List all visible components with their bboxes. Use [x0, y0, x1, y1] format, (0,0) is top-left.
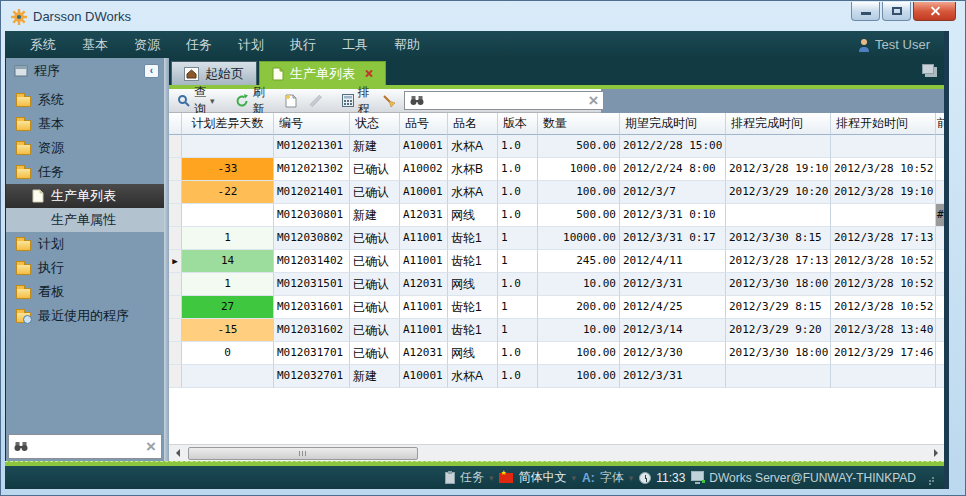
cell-sched-end: 2012/3/30 8:15 — [726, 227, 831, 250]
scroll-right-button[interactable] — [928, 446, 944, 461]
cell-item-no: A11001 — [400, 227, 448, 250]
menu-task[interactable]: 任务 — [173, 36, 225, 54]
font-dropdown[interactable]: A: 字体 ▾ — [582, 469, 633, 486]
menu-basic[interactable]: 基本 — [69, 36, 121, 54]
cell-qty: 100.00 — [538, 365, 620, 388]
clean-button[interactable] — [378, 92, 400, 110]
cell-sched-start — [831, 135, 936, 158]
header-item-name[interactable]: 品名 — [448, 113, 498, 135]
cell-due: 2012/2/28 15:00 — [620, 135, 726, 158]
sidebar-collapse-button[interactable]: ‹ — [144, 64, 159, 78]
header-item-no[interactable]: 品号 — [400, 113, 448, 135]
clear-icon[interactable]: × — [146, 438, 156, 455]
table-row[interactable]: -22 M012021401 已确认 A10001 水杯A 1.0 100.00… — [169, 181, 944, 204]
cell-sched-end — [726, 135, 831, 158]
table-row[interactable]: -15 M012031602 已确认 A11001 齿轮1 1 10.00 20… — [169, 319, 944, 342]
close-button[interactable] — [913, 2, 956, 21]
header-status[interactable]: 状态 — [350, 113, 400, 135]
menu-execute[interactable]: 执行 — [277, 36, 329, 54]
sidebar-item-resource[interactable]: 资源 — [6, 136, 164, 160]
sidebar-search-input[interactable] — [33, 440, 141, 454]
cell-order-no: M012032701 — [274, 365, 350, 388]
table-row[interactable]: M012032701 新建 A10001 水杯A 1.0 100.00 2012… — [169, 365, 944, 388]
scroll-left-button[interactable] — [169, 446, 185, 461]
table-row[interactable]: 0 M012031701 已确认 A12031 网线 1.0 100.00 20… — [169, 342, 944, 365]
sidebar-item-execute[interactable]: 执行 — [6, 256, 164, 280]
program-icon — [14, 65, 28, 77]
task-dropdown[interactable]: 任务 ▾ — [445, 469, 494, 486]
cell-clipped — [936, 250, 944, 273]
header-version[interactable]: 版本 — [498, 113, 538, 135]
header-qty[interactable]: 数量 — [538, 113, 620, 135]
scrollbar-thumb[interactable] — [188, 447, 418, 460]
tab-close-icon[interactable] — [364, 69, 373, 78]
cell-item-no: A10001 — [400, 365, 448, 388]
new-button[interactable] — [281, 92, 301, 110]
table-row[interactable]: -33 M012021302 已确认 A10002 水杯B 1.0 1000.0… — [169, 158, 944, 181]
table-filter-input[interactable] — [429, 94, 584, 108]
table-row[interactable]: 1 M012031501 已确认 A12031 网线 1.0 10.00 201… — [169, 273, 944, 296]
cell-diff-days: -22 — [182, 181, 274, 204]
tab-production-order-list[interactable]: 生产单列表 — [259, 61, 386, 85]
cell-diff-days: 1 — [182, 273, 274, 296]
cell-sched-start: 2012/3/28 10:52 — [831, 158, 936, 181]
cell-item-name: 齿轮1 — [448, 296, 498, 319]
current-user[interactable]: Test User — [858, 37, 930, 52]
table-row-selected[interactable]: ▶ 14 M012031402 已确认 A11001 齿轮1 1 245.00 … — [169, 250, 944, 273]
table-row[interactable]: 27 M012031601 已确认 A11001 齿轮1 1 200.00 20… — [169, 296, 944, 319]
cell-diff-days: 27 — [182, 296, 274, 319]
table-row[interactable]: M012021301 新建 A10001 水杯A 1.0 500.00 2012… — [169, 135, 944, 158]
sidebar-item-basic[interactable]: 基本 — [6, 112, 164, 136]
edit-button[interactable] — [305, 92, 326, 109]
header-sched-start[interactable]: 排程开始时间 — [831, 113, 936, 135]
minimize-button[interactable] — [851, 2, 880, 21]
cell-due: 2012/3/30 — [620, 342, 726, 365]
table-row[interactable]: 1 M012030802 已确认 A11001 齿轮1 1 10000.00 2… — [169, 227, 944, 250]
user-icon — [858, 38, 870, 52]
desktop: Darsson DWorks 系统 基本 资源 任务 计划 执行 工具 帮助 T… — [0, 0, 966, 496]
server-status: DWorks Server@FUNWAY-THINKPAD — [691, 471, 916, 485]
sidebar-item-label: 任务 — [38, 163, 64, 181]
window-list-icon[interactable] — [922, 64, 934, 74]
sidebar-item-kanban[interactable]: 看板 — [6, 280, 164, 304]
header-diff-days[interactable]: 计划差异天数 — [182, 113, 274, 135]
header-order-no[interactable]: 编号 — [274, 113, 350, 135]
cell-item-name: 水杯B — [448, 158, 498, 181]
header-clipped[interactable]: 前 — [936, 113, 944, 135]
sidebar-item-system[interactable]: 系统 — [6, 88, 164, 112]
sidebar-item-task[interactable]: 任务 — [6, 160, 164, 184]
clear-icon[interactable]: × — [589, 92, 599, 109]
clock-icon — [639, 472, 651, 484]
cell-due: 2012/3/14 — [620, 319, 726, 342]
scrollbar-track[interactable] — [185, 446, 928, 461]
cell-due: 2012/3/31 0:17 — [620, 227, 726, 250]
sidebar-item-plan[interactable]: 计划 — [6, 232, 164, 256]
table-row[interactable]: M012030801 新建 A12031 网线 1.0 500.00 2012/… — [169, 204, 944, 227]
resize-grip[interactable] — [926, 474, 934, 482]
tab-home[interactable]: 起始页 — [171, 61, 257, 85]
sidebar-item-production-order-props[interactable]: 生产单属性 — [6, 208, 164, 232]
cell-clipped — [936, 227, 944, 250]
menu-help[interactable]: 帮助 — [381, 36, 433, 54]
cell-sched-start — [831, 365, 936, 388]
maximize-button[interactable] — [882, 2, 911, 21]
menu-plan[interactable]: 计划 — [225, 36, 277, 54]
language-dropdown[interactable]: 简体中文 ▾ — [499, 469, 576, 486]
maximize-icon — [892, 7, 902, 15]
menu-system[interactable]: 系统 — [17, 36, 69, 54]
menu-tools[interactable]: 工具 — [329, 36, 381, 54]
header-sched-end[interactable]: 排程完成时间 — [726, 113, 831, 135]
cell-status: 已确认 — [350, 181, 400, 204]
row-marker — [169, 204, 182, 227]
header-due[interactable]: 期望完成时间 — [620, 113, 726, 135]
cell-item-no: A12031 — [400, 273, 448, 296]
minimize-icon — [861, 12, 871, 15]
cell-order-no: M012031402 — [274, 250, 350, 273]
cell-item-no: A10001 — [400, 135, 448, 158]
sidebar-item-recent-programs[interactable]: 最近使用的程序 — [6, 304, 164, 328]
menu-resource[interactable]: 资源 — [121, 36, 173, 54]
server-monitor-icon — [691, 471, 704, 481]
cell-item-no: A10001 — [400, 181, 448, 204]
horizontal-scrollbar[interactable] — [169, 444, 944, 461]
sidebar-item-production-order-list[interactable]: 生产单列表 — [6, 184, 164, 208]
